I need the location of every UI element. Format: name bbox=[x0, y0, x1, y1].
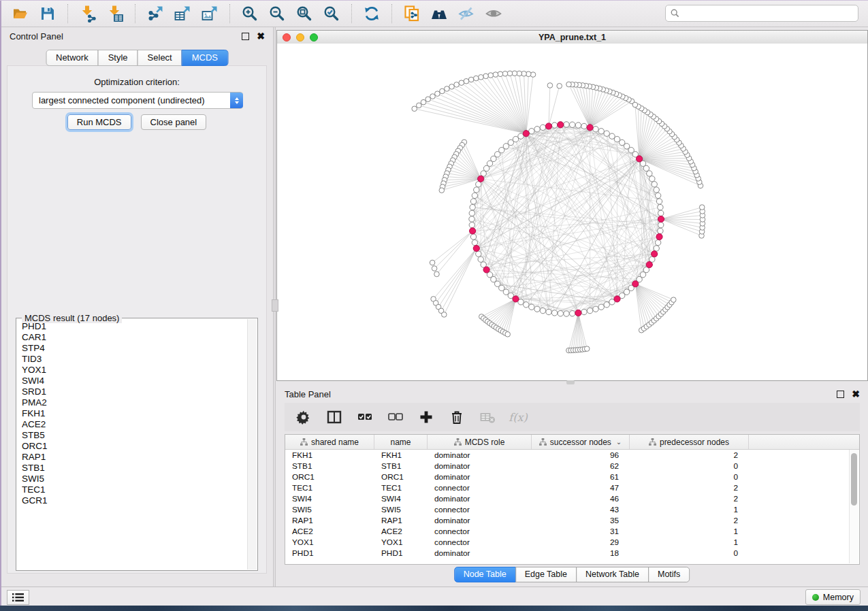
network-graph[interactable] bbox=[277, 44, 867, 380]
table-row[interactable]: RAP1RAP1dominator352 bbox=[285, 515, 859, 526]
mcds-result-item[interactable]: STP4 bbox=[22, 343, 247, 354]
column-header-shared-name[interactable]: shared name bbox=[285, 435, 374, 449]
table-row[interactable]: PHD1PHD1dominator180 bbox=[285, 548, 859, 559]
mcds-result-item[interactable]: TEC1 bbox=[22, 484, 247, 495]
mcds-result-item[interactable]: SWI5 bbox=[22, 474, 247, 484]
deselect-all-button[interactable] bbox=[386, 408, 405, 427]
cell: YOX1 bbox=[374, 538, 428, 547]
vertical-splitter-handle[interactable] bbox=[272, 299, 278, 312]
close-table-panel-icon[interactable]: ✖ bbox=[852, 391, 860, 397]
toolbar-separator bbox=[135, 4, 135, 23]
toolbar-separator bbox=[67, 4, 68, 23]
table-row[interactable]: ORC1ORC1dominator610 bbox=[285, 472, 859, 482]
window-minimize-icon[interactable] bbox=[296, 33, 304, 42]
horizontal-splitter-handle[interactable] bbox=[566, 380, 575, 384]
table-row[interactable]: FKH1FKH1dominator962 bbox=[285, 450, 859, 461]
control-panel-tabs: NetworkStyleSelectMCDS bbox=[46, 50, 228, 66]
zoom-in-button[interactable] bbox=[238, 3, 262, 24]
panel-menu-button[interactable] bbox=[7, 590, 29, 605]
tab-mcds[interactable]: MCDS bbox=[182, 50, 228, 66]
mcds-result-item[interactable]: YOX1 bbox=[22, 365, 247, 376]
column-header-name[interactable]: name bbox=[374, 435, 428, 449]
network-canvas[interactable] bbox=[277, 44, 867, 380]
float-panel-icon[interactable] bbox=[242, 33, 249, 40]
tab-select[interactable]: Select bbox=[138, 50, 182, 66]
export-image-button[interactable] bbox=[197, 3, 222, 24]
tab-network-table[interactable]: Network Table bbox=[576, 567, 649, 582]
mcds-result-item[interactable]: SRD1 bbox=[22, 386, 247, 397]
table-row[interactable]: SWI5SWI5connector431 bbox=[285, 504, 859, 515]
mcds-result-item[interactable]: GCR1 bbox=[22, 495, 247, 506]
cell: STB1 bbox=[285, 461, 374, 471]
mcds-result-item[interactable]: CAR1 bbox=[22, 332, 247, 343]
mcds-result-item[interactable]: ORC1 bbox=[22, 441, 247, 452]
import-table-button[interactable] bbox=[103, 3, 127, 24]
show-all-button[interactable] bbox=[481, 3, 506, 24]
delete-table-button[interactable] bbox=[478, 408, 497, 427]
attribute-type-icon bbox=[649, 438, 656, 446]
column-menu-icon[interactable]: ⌄ bbox=[616, 438, 622, 446]
cell: connector bbox=[428, 538, 532, 547]
tab-network[interactable]: Network bbox=[46, 50, 99, 66]
mcds-result-item[interactable]: ACE2 bbox=[22, 419, 247, 430]
save-session-button[interactable] bbox=[35, 3, 60, 24]
window-maximize-icon[interactable] bbox=[310, 33, 318, 42]
delete-column-button[interactable] bbox=[447, 408, 466, 427]
search-input[interactable] bbox=[679, 8, 853, 19]
function-builder-button[interactable]: f(x) bbox=[509, 408, 528, 427]
export-network-button[interactable] bbox=[143, 3, 167, 24]
mcds-result-item[interactable]: PHD1 bbox=[22, 321, 247, 332]
table-row[interactable]: ACE2ACE2connector311 bbox=[285, 526, 859, 537]
table-tabs: Node TableEdge TableNetwork TableMotifs bbox=[455, 567, 690, 582]
table-row[interactable]: TEC1TEC1connector472 bbox=[285, 482, 859, 493]
table-scrollbar-track[interactable] bbox=[849, 450, 858, 563]
add-column-button[interactable] bbox=[417, 408, 436, 427]
select-all-button[interactable] bbox=[355, 408, 374, 427]
first-neighbors-button[interactable] bbox=[427, 3, 451, 24]
table-row[interactable]: YOX1YOX1connector291 bbox=[285, 537, 859, 548]
close-panel-icon[interactable]: ✖ bbox=[257, 33, 265, 39]
settings-gear-button[interactable] bbox=[294, 408, 313, 427]
run-mcds-button[interactable]: Run MCDS bbox=[67, 114, 131, 130]
new-network-from-selection-button[interactable] bbox=[400, 3, 424, 24]
delete-column-icon bbox=[449, 410, 464, 425]
mcds-result-scrollbar[interactable] bbox=[247, 319, 257, 569]
mcds-result-item[interactable]: SWI4 bbox=[22, 376, 247, 386]
tab-motifs[interactable]: Motifs bbox=[648, 567, 690, 582]
mcds-result-item[interactable]: PMA2 bbox=[22, 397, 247, 408]
float-table-panel-icon[interactable] bbox=[837, 391, 844, 398]
hide-selected-button[interactable] bbox=[454, 3, 479, 24]
mcds-result-item[interactable]: FKH1 bbox=[22, 408, 247, 419]
table-row[interactable]: STB1STB1dominator620 bbox=[285, 461, 859, 472]
column-header-MCDS-role[interactable]: MCDS role bbox=[428, 435, 532, 449]
table-row[interactable]: SWI4SWI4dominator462 bbox=[285, 493, 859, 504]
mcds-result-item[interactable]: TID3 bbox=[22, 354, 247, 365]
cell: 2 bbox=[630, 450, 749, 460]
tab-node-table[interactable]: Node Table bbox=[454, 567, 516, 582]
zoom-out-button[interactable] bbox=[265, 3, 289, 24]
table-scrollbar-thumb[interactable] bbox=[851, 453, 857, 506]
zoom-fit-button[interactable] bbox=[292, 3, 317, 24]
tab-edge-table[interactable]: Edge Table bbox=[515, 567, 577, 582]
refresh-button[interactable] bbox=[359, 3, 384, 24]
memory-button[interactable]: Memory bbox=[805, 589, 861, 605]
optimization-dropdown[interactable]: largest connected component (undirected) bbox=[32, 92, 243, 109]
cell: 96 bbox=[532, 450, 630, 460]
mcds-result-item[interactable]: RAP1 bbox=[22, 452, 247, 463]
tab-style[interactable]: Style bbox=[98, 50, 138, 66]
window-close-icon[interactable] bbox=[283, 33, 291, 42]
column-header-successor-nodes[interactable]: successor nodes⌄ bbox=[532, 435, 630, 449]
column-header-predecessor-nodes[interactable]: predecessor nodes bbox=[630, 435, 749, 449]
column-layout-button[interactable] bbox=[325, 408, 344, 427]
dropdown-stepper-icon bbox=[230, 93, 243, 108]
cell: 35 bbox=[532, 516, 630, 525]
network-window-titlebar[interactable]: YPA_prune.txt_1 bbox=[277, 31, 867, 44]
optimization-dropdown-value: largest connected component (undirected) bbox=[33, 95, 230, 105]
mcds-result-item[interactable]: STB5 bbox=[22, 430, 247, 441]
mcds-result-item[interactable]: STB1 bbox=[22, 463, 247, 474]
zoom-selected-button[interactable] bbox=[319, 3, 344, 24]
export-table-button[interactable] bbox=[170, 3, 195, 24]
close-panel-button[interactable]: Close panel bbox=[141, 114, 207, 130]
open-file-button[interactable] bbox=[8, 3, 33, 24]
import-network-button[interactable] bbox=[76, 3, 100, 24]
